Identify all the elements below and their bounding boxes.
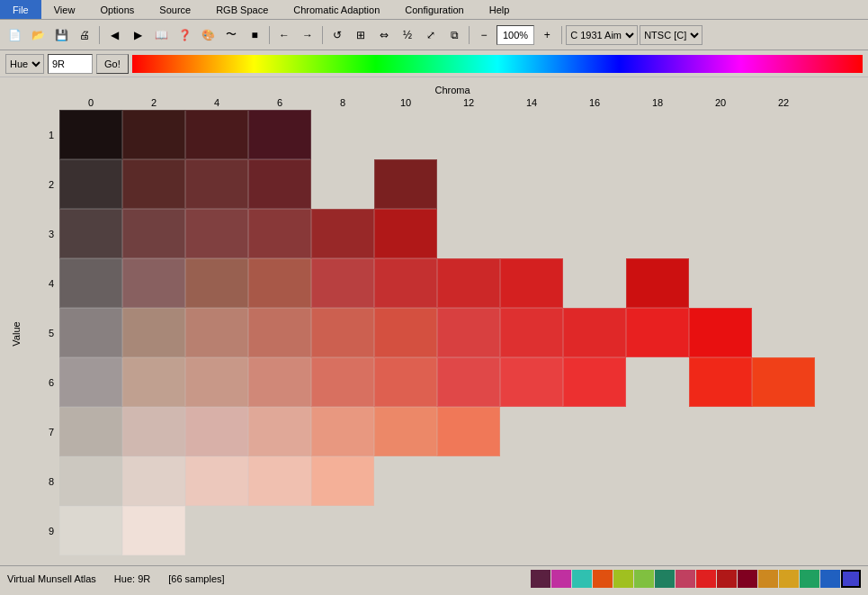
new-button[interactable]: 📄 bbox=[4, 24, 25, 46]
color-cell[interactable] bbox=[248, 357, 311, 407]
color-cell[interactable] bbox=[689, 110, 752, 159]
book-button[interactable]: 📖 bbox=[150, 24, 172, 46]
color-cell[interactable] bbox=[59, 209, 122, 258]
color-cell[interactable] bbox=[626, 506, 689, 555]
expand-button[interactable]: ⤢ bbox=[420, 24, 442, 46]
color-cell[interactable] bbox=[185, 159, 248, 209]
color-cell[interactable] bbox=[752, 209, 815, 258]
color-cell[interactable] bbox=[437, 308, 500, 357]
menu-source[interactable]: Source bbox=[147, 0, 203, 19]
color-cell[interactable] bbox=[185, 456, 248, 506]
menu-view[interactable]: View bbox=[41, 0, 88, 19]
color-cell[interactable] bbox=[437, 407, 500, 456]
color-cell[interactable] bbox=[437, 209, 500, 258]
color-cell[interactable] bbox=[59, 407, 122, 456]
color-cell[interactable] bbox=[248, 110, 311, 159]
color-cell[interactable] bbox=[563, 209, 626, 258]
minus-button[interactable]: − bbox=[473, 24, 495, 46]
color-cell[interactable] bbox=[563, 308, 626, 357]
swatch[interactable] bbox=[593, 570, 613, 588]
color-cell[interactable] bbox=[374, 159, 437, 209]
color-cell[interactable] bbox=[563, 506, 626, 555]
half-button[interactable]: ½ bbox=[397, 24, 418, 46]
color-cell[interactable] bbox=[311, 110, 374, 159]
color-cell[interactable] bbox=[248, 209, 311, 258]
swatch[interactable] bbox=[779, 570, 799, 588]
menu-chromatic[interactable]: Chromatic Adaption bbox=[281, 0, 392, 19]
color-cell[interactable] bbox=[500, 159, 563, 209]
color-cell[interactable] bbox=[626, 110, 689, 159]
color-cell[interactable] bbox=[374, 506, 437, 555]
color-cell[interactable] bbox=[626, 407, 689, 456]
color-cell[interactable] bbox=[374, 209, 437, 258]
color-cell[interactable] bbox=[59, 357, 122, 407]
color-cell[interactable] bbox=[59, 308, 122, 357]
left-arrow-button[interactable]: ← bbox=[273, 24, 295, 46]
color-cell[interactable] bbox=[437, 506, 500, 555]
wave-button[interactable]: 〜 bbox=[220, 24, 242, 46]
color-cell[interactable] bbox=[563, 456, 626, 506]
color-cell[interactable] bbox=[626, 357, 689, 407]
color-cell[interactable] bbox=[185, 209, 248, 258]
color-cell[interactable] bbox=[752, 258, 815, 308]
color-cell[interactable] bbox=[752, 357, 815, 407]
menu-rgb-space[interactable]: RGB Space bbox=[203, 0, 281, 19]
swatch[interactable] bbox=[738, 570, 757, 588]
color-cell[interactable] bbox=[689, 159, 752, 209]
color-cell[interactable] bbox=[311, 209, 374, 258]
color-cell[interactable] bbox=[311, 456, 374, 506]
color-cell[interactable] bbox=[563, 159, 626, 209]
color-cell[interactable] bbox=[563, 357, 626, 407]
color-cell[interactable] bbox=[752, 407, 815, 456]
color-cell[interactable] bbox=[122, 506, 185, 555]
menu-help[interactable]: Help bbox=[477, 0, 523, 19]
swatch[interactable] bbox=[696, 570, 716, 588]
color-cell[interactable] bbox=[689, 258, 752, 308]
color-cell[interactable] bbox=[248, 258, 311, 308]
color-cell[interactable] bbox=[500, 407, 563, 456]
color-cell[interactable] bbox=[689, 506, 752, 555]
help-button[interactable]: ❓ bbox=[174, 24, 195, 46]
save-button[interactable]: 💾 bbox=[50, 24, 72, 46]
swatch-selected[interactable] bbox=[841, 570, 861, 588]
color-cell[interactable] bbox=[248, 456, 311, 506]
color-cell[interactable] bbox=[689, 456, 752, 506]
color-cell[interactable] bbox=[248, 159, 311, 209]
color-cell[interactable] bbox=[752, 110, 815, 159]
color-cell[interactable] bbox=[59, 506, 122, 555]
color-cell[interactable] bbox=[374, 258, 437, 308]
refresh-button[interactable]: ↺ bbox=[327, 24, 348, 46]
color-cell[interactable] bbox=[185, 308, 248, 357]
swatch[interactable] bbox=[820, 570, 840, 588]
color-cell[interactable] bbox=[311, 308, 374, 357]
square-button[interactable]: ■ bbox=[244, 24, 265, 46]
color-cell[interactable] bbox=[626, 258, 689, 308]
color-cell[interactable] bbox=[437, 159, 500, 209]
color-cell[interactable] bbox=[500, 258, 563, 308]
menu-file[interactable]: File bbox=[0, 0, 41, 19]
color-cell[interactable] bbox=[59, 159, 122, 209]
color-cell[interactable] bbox=[374, 407, 437, 456]
right-arrow-button[interactable]: → bbox=[297, 24, 318, 46]
color-cell[interactable] bbox=[563, 258, 626, 308]
color-cell[interactable] bbox=[311, 159, 374, 209]
color-cell[interactable] bbox=[122, 209, 185, 258]
color-cell[interactable] bbox=[689, 209, 752, 258]
grid-button[interactable]: ⊞ bbox=[350, 24, 371, 46]
forward-button[interactable]: ▶ bbox=[127, 24, 148, 46]
color-cell[interactable] bbox=[437, 110, 500, 159]
color-cell[interactable] bbox=[374, 308, 437, 357]
color-cell[interactable] bbox=[437, 258, 500, 308]
color-cell[interactable] bbox=[185, 110, 248, 159]
menu-configuration[interactable]: Configuration bbox=[392, 0, 476, 19]
color-wheel-button[interactable]: 🎨 bbox=[197, 24, 219, 46]
swatch[interactable] bbox=[634, 570, 654, 588]
color-cell[interactable] bbox=[122, 456, 185, 506]
color-cell[interactable] bbox=[500, 357, 563, 407]
color-cell[interactable] bbox=[185, 357, 248, 407]
color-cell[interactable] bbox=[437, 456, 500, 506]
menu-options[interactable]: Options bbox=[87, 0, 147, 19]
color-cell[interactable] bbox=[122, 357, 185, 407]
swatch[interactable] bbox=[800, 570, 819, 588]
color-cell[interactable] bbox=[374, 357, 437, 407]
